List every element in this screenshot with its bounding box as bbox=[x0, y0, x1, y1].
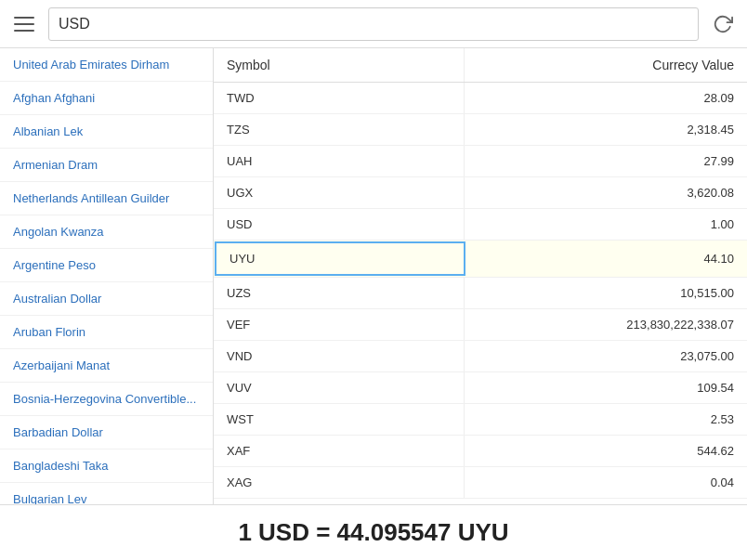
table-row[interactable]: TZS2,318.45 bbox=[214, 114, 747, 146]
table-row[interactable]: TWD28.09 bbox=[214, 83, 747, 114]
list-item[interactable]: United Arab Emirates Dirham bbox=[0, 48, 213, 82]
table-row[interactable]: VND23,075.00 bbox=[214, 341, 747, 372]
list-item[interactable]: Bulgarian Lev bbox=[0, 483, 213, 504]
exchange-table[interactable]: Symbol Currecy Value TWD28.09TZS2,318.45… bbox=[214, 48, 747, 504]
table-row[interactable]: UZS10,515.00 bbox=[214, 278, 747, 309]
table-row[interactable]: USD1.00 bbox=[214, 209, 747, 241]
symbol-cell: UZS bbox=[214, 278, 465, 308]
value-cell: 10,515.00 bbox=[465, 278, 747, 308]
list-item[interactable]: Australian Dollar bbox=[0, 282, 213, 316]
value-cell: 23,075.00 bbox=[465, 341, 747, 371]
symbol-cell: USD bbox=[214, 209, 465, 240]
app-header bbox=[0, 0, 747, 48]
list-item[interactable]: Afghan Afghani bbox=[0, 82, 213, 115]
value-cell: 1.00 bbox=[465, 209, 747, 240]
value-column-header: Currecy Value bbox=[465, 48, 747, 82]
list-item[interactable]: Angolan Kwanza bbox=[0, 215, 213, 249]
value-cell: 0.04 bbox=[465, 467, 747, 498]
search-input[interactable] bbox=[48, 7, 699, 41]
symbol-cell: VEF bbox=[214, 309, 465, 340]
symbol-cell: UGX bbox=[214, 177, 465, 208]
symbol-cell: UAH bbox=[214, 146, 465, 176]
list-item[interactable]: Aruban Florin bbox=[0, 316, 213, 349]
symbol-cell: UYU bbox=[215, 241, 465, 276]
value-cell: 2,318.45 bbox=[465, 114, 747, 145]
main-content: United Arab Emirates DirhamAfghan Afghan… bbox=[0, 48, 747, 504]
value-cell: 3,620.08 bbox=[465, 177, 747, 208]
table-row[interactable]: VEF213,830,222,338.07 bbox=[214, 309, 747, 341]
list-item[interactable]: Albanian Lek bbox=[0, 115, 213, 149]
symbol-cell: VUV bbox=[214, 372, 465, 403]
symbol-cell: TWD bbox=[214, 83, 465, 113]
result-bar: 1 USD = 44.095547 UYU bbox=[0, 504, 747, 560]
list-item[interactable]: Argentine Peso bbox=[0, 249, 213, 282]
list-item[interactable]: Azerbaijani Manat bbox=[0, 349, 213, 383]
list-item[interactable]: Bangladeshi Taka bbox=[0, 449, 213, 483]
refresh-icon bbox=[713, 14, 733, 34]
table-row[interactable]: WST2.53 bbox=[214, 404, 747, 436]
table-row[interactable]: UGX3,620.08 bbox=[214, 177, 747, 209]
table-row[interactable]: XAG0.04 bbox=[214, 467, 747, 499]
currency-list[interactable]: United Arab Emirates DirhamAfghan Afghan… bbox=[0, 48, 214, 504]
symbol-cell: TZS bbox=[214, 114, 465, 145]
table-row[interactable]: VUV109.54 bbox=[214, 372, 747, 404]
result-text: 1 USD = 44.095547 UYU bbox=[238, 518, 508, 547]
symbol-column-header: Symbol bbox=[214, 48, 465, 82]
symbol-cell: XAG bbox=[214, 467, 465, 498]
value-cell: 27.99 bbox=[465, 146, 747, 176]
value-cell: 544.62 bbox=[465, 436, 747, 466]
value-cell: 2.53 bbox=[465, 404, 747, 435]
table-row[interactable]: UAH27.99 bbox=[214, 146, 747, 177]
list-item[interactable]: Netherlands Antillean Guilder bbox=[0, 182, 213, 215]
list-item[interactable]: Bosnia-Herzegovina Convertible... bbox=[0, 383, 213, 416]
symbol-cell: WST bbox=[214, 404, 465, 435]
menu-button[interactable] bbox=[7, 7, 41, 41]
symbol-cell: VND bbox=[214, 341, 465, 371]
table-row[interactable]: XAF544.62 bbox=[214, 436, 747, 467]
value-cell: 213,830,222,338.07 bbox=[465, 309, 747, 340]
value-cell: 28.09 bbox=[465, 83, 747, 113]
table-header: Symbol Currecy Value bbox=[214, 48, 747, 83]
value-cell: 44.10 bbox=[466, 243, 747, 274]
list-item[interactable]: Barbadian Dollar bbox=[0, 416, 213, 449]
value-cell: 109.54 bbox=[465, 372, 747, 403]
refresh-button[interactable] bbox=[706, 7, 740, 41]
symbol-cell: XAF bbox=[214, 436, 465, 466]
list-item[interactable]: Armenian Dram bbox=[0, 149, 213, 182]
table-row[interactable]: UYU44.10 bbox=[214, 241, 747, 278]
